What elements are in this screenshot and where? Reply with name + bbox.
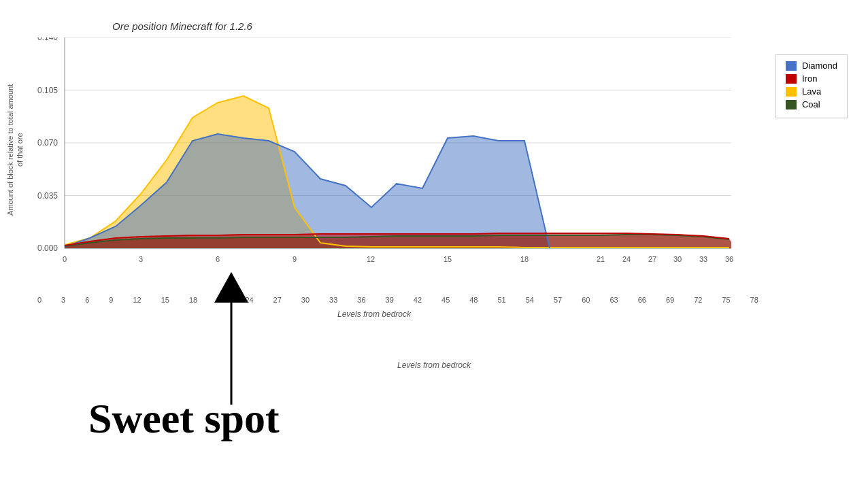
svg-text:27: 27 — [648, 255, 656, 263]
svg-marker-28 — [214, 272, 248, 303]
arrow-annotation — [201, 269, 262, 411]
legend-label-iron: Iron — [802, 73, 817, 84]
legend-label-diamond: Diamond — [802, 61, 837, 71]
svg-text:9: 9 — [293, 255, 297, 263]
svg-text:30: 30 — [673, 255, 682, 263]
legend-item-coal: Coal — [786, 99, 837, 109]
svg-text:0: 0 — [63, 255, 67, 263]
main-chart: 0.140 0.105 0.070 0.035 0.000 0 3 6 9 12… — [37, 37, 758, 289]
svg-text:21: 21 — [597, 255, 605, 263]
legend-label-coal: Coal — [802, 99, 820, 109]
svg-text:3: 3 — [139, 255, 143, 263]
y-axis-label: Amount of block relative to total amount… — [5, 82, 33, 218]
svg-text:0.070: 0.070 — [37, 138, 58, 148]
svg-text:6: 6 — [216, 255, 220, 263]
legend-label-lava: Lava — [802, 86, 821, 97]
legend-item-iron: Iron — [786, 73, 837, 84]
svg-text:18: 18 — [520, 255, 529, 263]
legend-color-iron — [786, 74, 797, 84]
legend-color-lava — [786, 87, 797, 97]
legend-item-lava: Lava — [786, 86, 837, 97]
svg-text:33: 33 — [699, 255, 707, 263]
legend-item-diamond: Diamond — [786, 61, 837, 71]
svg-text:0.000: 0.000 — [37, 243, 58, 253]
x-axis-label: Levels from bedrock — [397, 360, 471, 370]
chart-title: Ore position Minecraft for 1.2.6 — [112, 20, 252, 32]
svg-text:15: 15 — [444, 255, 452, 263]
x-axis-label-text: Levels from bedrock — [0, 309, 748, 319]
svg-text:36: 36 — [725, 255, 733, 263]
x-axis-ticks: 0 3 6 9 12 15 18 21 24 27 30 33 36 39 42… — [37, 296, 758, 304]
svg-text:0.140: 0.140 — [37, 37, 58, 42]
legend: Diamond Iron Lava Coal — [775, 54, 848, 118]
svg-text:24: 24 — [622, 255, 631, 263]
sweet-spot-label: Sweet spot — [88, 394, 280, 443]
svg-text:12: 12 — [367, 255, 375, 263]
svg-text:0.035: 0.035 — [37, 191, 58, 201]
legend-color-coal — [786, 100, 797, 109]
legend-color-diamond — [786, 61, 797, 71]
svg-text:0.105: 0.105 — [37, 86, 58, 95]
